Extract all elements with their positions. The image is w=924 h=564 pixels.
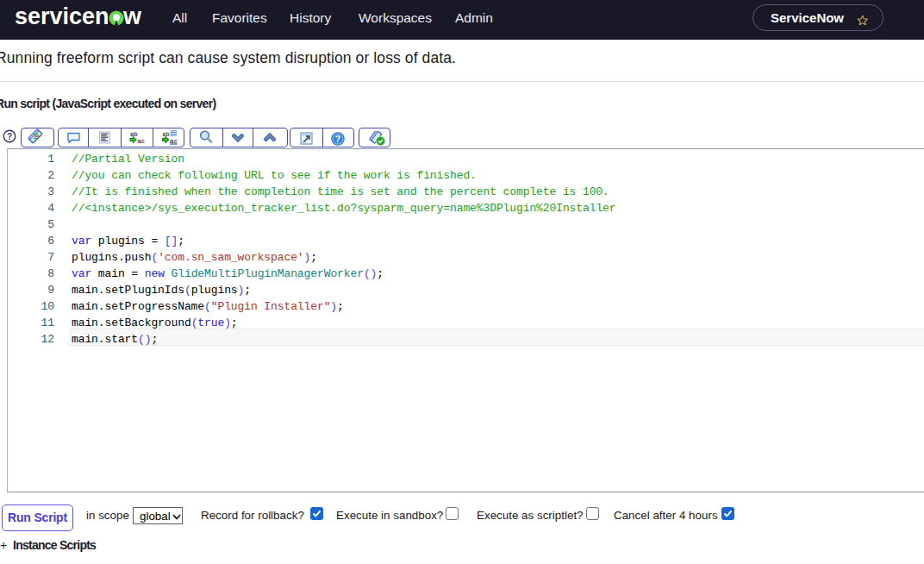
svg-text:ac: ac xyxy=(138,137,146,145)
svg-text:ac: ac xyxy=(170,137,178,145)
svg-text:?: ? xyxy=(7,132,12,141)
svg-text:?: ? xyxy=(335,134,340,144)
svg-text:ab: ab xyxy=(130,130,138,138)
svg-text:ab: ab xyxy=(163,130,170,138)
